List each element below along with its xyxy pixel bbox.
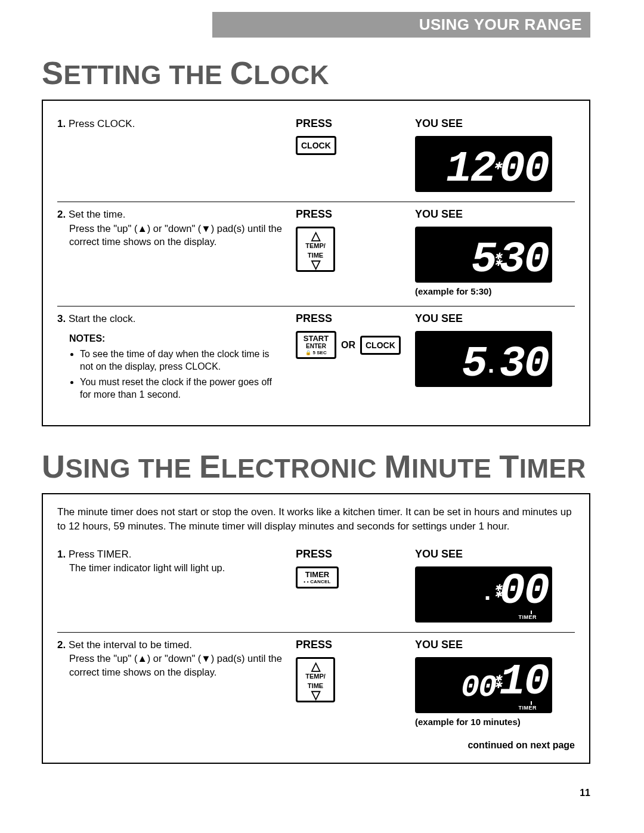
- press-label: PRESS: [296, 117, 332, 130]
- timer-button-icon: TIMER • • CANCEL: [296, 566, 339, 589]
- colon-blink-icon: ✱✱: [495, 253, 501, 266]
- yousee-label: YOU SEE: [415, 208, 463, 221]
- up-arrow-icon: △: [300, 661, 331, 671]
- clock-button-icon: CLOCK: [360, 336, 401, 355]
- lock-icon: [305, 350, 311, 355]
- press-col: PRESS TIMER • • CANCEL: [296, 548, 403, 623]
- yousee-col: YOU SEE 0 0 ✱✱ 1 0 TIMER (example for 10…: [415, 639, 575, 727]
- yousee-label: YOU SEE: [415, 548, 463, 561]
- heading-minute-timer: USING THE ELECTRONIC MINUTE TIMER: [42, 448, 590, 485]
- continued-label: continued on next page: [57, 740, 575, 751]
- down-arrow-icon: ▽: [300, 690, 331, 699]
- temp-time-button-icon: △ TEMP/ TIME ▽: [296, 227, 335, 272]
- manual-page: USING YOUR RANGE SETTING THE CLOCK 1. Pr…: [0, 0, 644, 822]
- colon-dot-icon: .: [484, 355, 497, 379]
- yousee-label: YOU SEE: [415, 312, 463, 325]
- timer-indicator-icon: [531, 611, 532, 614]
- note-item: To see the time of day when the clock ti…: [80, 348, 284, 373]
- step-row-t2: 2. Set the interval to be timed. Press t…: [57, 632, 575, 736]
- up-arrow-icon: △: [300, 231, 331, 240]
- step-text: 3. Start the clock. NOTES: To see the ti…: [57, 312, 284, 404]
- temp-time-button-icon: △ TEMP/ TIME ▽: [296, 657, 335, 702]
- heading-setting-clock: SETTING THE CLOCK: [42, 54, 590, 91]
- page-number: 11: [42, 788, 590, 798]
- press-label: PRESS: [296, 639, 332, 651]
- lcd-display-t2: 0 0 ✱✱ 1 0 TIMER: [415, 657, 552, 713]
- colon-blink-icon: ✱✱: [495, 675, 501, 688]
- note-item: You must reset the clock if the power go…: [80, 376, 284, 401]
- yousee-label: YOU SEE: [415, 639, 463, 651]
- colon-blink-icon: ✱: [494, 160, 500, 173]
- box-setting-clock: 1. Press CLOCK. PRESS CLOCK YOU SEE 1 2 …: [42, 100, 590, 426]
- press-col: PRESS CLOCK: [296, 117, 403, 192]
- press-col: PRESS △ TEMP/ TIME ▽: [296, 639, 403, 727]
- press-label: PRESS: [296, 208, 332, 221]
- step-text: 1. Press CLOCK.: [57, 117, 284, 192]
- press-col: PRESS START ENTER 5 SEC OR CLOCK: [296, 312, 403, 404]
- section-header-bar: USING YOUR RANGE: [212, 12, 590, 38]
- step-text: 1. Press TIMER. The timer indicator ligh…: [57, 548, 284, 623]
- lcd-display-1: 1 2 ✱ 0 0: [415, 136, 552, 192]
- step-text: 2. Set the time. Press the "up" (▲) or "…: [57, 208, 284, 296]
- step-text: 2. Set the interval to be timed. Press t…: [57, 639, 284, 727]
- lcd-display-t1: . ✱✱ 0 0 TIMER: [415, 566, 552, 623]
- press-label: PRESS: [296, 312, 332, 325]
- lcd-display-3: 5 . 3 0: [415, 331, 552, 387]
- display-caption: (example for 5:30): [415, 286, 491, 296]
- press-label: PRESS: [296, 548, 332, 561]
- timer-indicator-icon: [531, 701, 532, 705]
- yousee-col: YOU SEE 1 2 ✱ 0 0: [415, 117, 575, 192]
- step-row-1: 1. Press CLOCK. PRESS CLOCK YOU SEE 1 2 …: [57, 112, 575, 202]
- step-row-3: 3. Start the clock. NOTES: To see the ti…: [57, 306, 575, 413]
- yousee-label: YOU SEE: [415, 117, 463, 130]
- notes-list: To see the time of day when the clock ti…: [69, 348, 284, 401]
- yousee-col: YOU SEE 5 . 3 0: [415, 312, 575, 404]
- lcd-display-2: 5 ✱✱ 3 0: [415, 227, 552, 283]
- yousee-col: YOU SEE 5 ✱✱ 3 0 (example for 5:30): [415, 208, 575, 296]
- step-row-2: 2. Set the time. Press the "up" (▲) or "…: [57, 202, 575, 306]
- display-caption: (example for 10 minutes): [415, 717, 521, 727]
- start-button-icon: START ENTER 5 SEC: [296, 331, 336, 359]
- press-col: PRESS △ TEMP/ TIME ▽: [296, 208, 403, 296]
- intro-text: The minute timer does not start or stop …: [57, 505, 575, 534]
- down-arrow-icon: ▽: [300, 259, 331, 269]
- yousee-col: YOU SEE . ✱✱ 0 0 TIMER: [415, 548, 575, 623]
- notes-label: NOTES:: [69, 332, 284, 345]
- clock-button-icon: CLOCK: [296, 136, 336, 155]
- or-label: OR: [341, 340, 355, 351]
- timer-label: TIMER: [415, 705, 552, 713]
- box-minute-timer: The minute timer does not start or stop …: [42, 493, 590, 764]
- step-row-t1: 1. Press TIMER. The timer indicator ligh…: [57, 542, 575, 632]
- timer-label: TIMER: [415, 614, 552, 623]
- colon-blink-icon: ✱✱: [495, 584, 501, 597]
